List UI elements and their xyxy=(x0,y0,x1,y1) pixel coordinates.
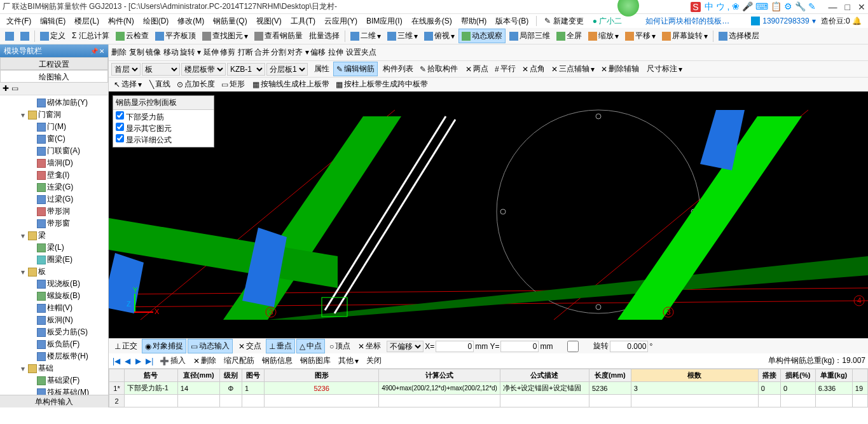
tree-node[interactable]: 螺旋板(B) xyxy=(1,290,107,302)
sidebar-pin-icon[interactable]: 📌 xyxy=(90,48,98,55)
viewport-3d[interactable]: 3 3 4 钢筋显示控制面板 下部受力筋 显示其它图元 显示详细公式 YXZ xyxy=(109,92,868,338)
menu-bim[interactable]: BIM应用(I) xyxy=(362,15,406,28)
mini-collapse-icon[interactable]: ▭ xyxy=(11,84,18,93)
tb-attr[interactable]: 属性 xyxy=(310,62,332,76)
sb-coord[interactable]: ✕ 坐标 xyxy=(355,339,384,353)
sb-snap[interactable]: ◉ 对象捕捉 xyxy=(142,339,186,353)
menu-draw[interactable]: 绘图(D) xyxy=(139,15,173,28)
sidebar-close-icon[interactable]: ✕ xyxy=(99,48,104,55)
tree-node[interactable]: 壁龛(I) xyxy=(1,169,107,181)
tb-pan[interactable]: 平移 ▾ xyxy=(623,29,658,43)
tree-node[interactable]: 带形洞 xyxy=(1,205,107,217)
tb-complist[interactable]: 构件列表 xyxy=(379,62,416,76)
nav-last[interactable]: ▶| xyxy=(144,357,155,366)
sb-dyn[interactable]: ▭ 动态输入 xyxy=(188,339,233,353)
component-tree[interactable]: 砌体加筋(Y)▾门窗洞门(M)窗(C)门联窗(A)墙洞(D)壁龛(I)连梁(G)… xyxy=(0,95,108,395)
tb-offset[interactable]: 偏移 xyxy=(310,47,326,58)
tb-define[interactable]: 定义 xyxy=(38,29,68,43)
tb-angle[interactable]: ✕ 点角 xyxy=(520,62,548,76)
chk-bottom-rebar[interactable]: 下部受力筋 xyxy=(116,111,211,123)
tb-delete[interactable]: 删除 xyxy=(111,47,127,58)
tb-top[interactable]: 俯视 ▾ xyxy=(422,29,457,43)
menu-view[interactable]: 视图(V) xyxy=(252,15,286,28)
tree-node[interactable]: ▾基础 xyxy=(1,362,107,374)
tb-find[interactable]: 查找图元 ▾ xyxy=(200,29,251,43)
tb-grips[interactable]: 设置夹点 xyxy=(346,47,376,58)
tb-3d[interactable]: 三维 ▾ xyxy=(385,29,420,43)
tb-line[interactable]: ╲ 直线 xyxy=(147,78,173,91)
tb-rect[interactable]: ▭ 矩形 xyxy=(219,78,247,91)
section-engineering[interactable]: 工程设置 xyxy=(0,57,108,70)
ime-logo[interactable]: S xyxy=(691,2,700,12)
menu-edit[interactable]: 编辑(E) xyxy=(36,15,69,28)
tb-local3d[interactable]: 局部三维 xyxy=(507,29,553,43)
tt-lib[interactable]: 钢筋图库 xyxy=(298,354,333,367)
tree-node[interactable]: 连梁(G) xyxy=(1,181,107,193)
tb-mirror[interactable]: 镜像 xyxy=(146,47,161,58)
tb-fullscreen[interactable]: 全屏 xyxy=(554,29,584,43)
tt-close[interactable]: 关闭 xyxy=(364,354,384,367)
tt-other[interactable]: 其他 ▾ xyxy=(336,354,361,367)
tree-node[interactable]: 过梁(G) xyxy=(1,193,107,205)
tb-break[interactable]: 打断 xyxy=(238,47,253,58)
tb-select[interactable]: ↖ 选择 ▾ xyxy=(111,78,144,91)
tb-dim[interactable]: 尺寸标注 ▾ xyxy=(644,62,685,76)
rebar-display-panel[interactable]: 钢筋显示控制面板 下部受力筋 显示其它图元 显示详细公式 xyxy=(113,95,214,147)
tb-cloudcheck[interactable]: 云检查 xyxy=(113,29,151,43)
type-select[interactable]: 板 xyxy=(142,63,180,76)
tree-node[interactable]: 门(M) xyxy=(1,121,107,133)
menu-cloud[interactable]: 云应用(Y) xyxy=(320,15,361,28)
rebar-table[interactable]: 筋号直径(mm)级别图号 图形计算公式公式描述 长度(mm)根数 搭接损耗(%)… xyxy=(109,369,868,407)
sb-cross[interactable]: ✕ 交点 xyxy=(235,339,265,353)
chk-show-other[interactable]: 显示其它图元 xyxy=(116,123,211,134)
table-row[interactable]: 2 xyxy=(109,395,868,407)
tree-node[interactable]: 梁(L) xyxy=(1,242,107,254)
tb-pickcomp[interactable]: ✎ 拾取构件 xyxy=(417,62,460,76)
x-input[interactable] xyxy=(436,341,474,352)
tb-twopoint[interactable]: ✕ 两点 xyxy=(463,62,491,76)
minimize-button[interactable]: — xyxy=(829,2,837,12)
credit-label[interactable]: 造价豆:0 🔔 xyxy=(817,15,865,28)
table-row[interactable]: 1* 下部受力筋-1 14 Φ 1 5236 4900+max(200/2,12… xyxy=(109,382,868,395)
tb-zoom[interactable]: 缩放 ▾ xyxy=(586,29,621,43)
tb-trim[interactable]: 修剪 xyxy=(220,47,235,58)
tb-rotate2[interactable]: 旋转 ▾ xyxy=(180,47,201,58)
sb-mid[interactable]: △ 中点 xyxy=(296,339,325,353)
nav-first[interactable]: |◀ xyxy=(111,357,121,366)
tb-ptlen[interactable]: ⊙ 点加长度 xyxy=(174,78,217,91)
tb-rotate[interactable]: 屏幕旋转 ▾ xyxy=(659,29,710,43)
tb-2d[interactable]: 二维 ▾ xyxy=(348,29,383,43)
tb-midgen[interactable]: ▦ 按柱上板带生成跨中板带 xyxy=(333,78,431,91)
user-id[interactable]: 13907298339 ▾ xyxy=(751,17,815,25)
tt-info[interactable]: 钢筋信息 xyxy=(259,354,295,367)
menu-floor[interactable]: 楼层(L) xyxy=(71,15,103,28)
tree-node[interactable]: 门联窗(A) xyxy=(1,145,107,157)
tb-stretch[interactable]: 拉伸 xyxy=(328,47,343,58)
tree-node[interactable]: 砌体加筋(Y) xyxy=(1,97,107,109)
tb-undo[interactable] xyxy=(3,31,17,42)
menu-online[interactable]: 在线服务(S) xyxy=(408,15,456,28)
sb-ortho[interactable]: ⊥ 正交 xyxy=(111,339,141,353)
tree-node[interactable]: 板负筋(F) xyxy=(1,338,107,350)
new-change-button[interactable]: ✎ 新建变更 xyxy=(541,15,587,28)
tb-axisgen[interactable]: ▦ 按轴线生成柱上板带 xyxy=(250,78,332,91)
tree-node[interactable]: 板洞(N) xyxy=(1,314,107,326)
top-help-link[interactable]: 如何让两块相邻的筏板… xyxy=(645,16,729,27)
kzb-select[interactable]: KZB-1 xyxy=(227,63,265,76)
nav-next[interactable]: ▶ xyxy=(134,357,142,366)
tb-viewrebar[interactable]: 查看钢筋量 xyxy=(252,29,305,43)
maximize-button[interactable]: □ xyxy=(845,2,850,12)
sub-select[interactable]: 分层板1 xyxy=(266,63,308,76)
tree-node[interactable]: 墙洞(D) xyxy=(1,157,107,169)
tb-extend[interactable]: 延伸 xyxy=(203,47,219,58)
tree-node[interactable]: 带形窗 xyxy=(1,217,107,229)
tt-delete[interactable]: ✕ 删除 xyxy=(191,354,219,367)
tree-node[interactable]: ▾门窗洞 xyxy=(1,109,107,121)
tree-node[interactable]: 圈梁(E) xyxy=(1,254,107,266)
tb-selfloor[interactable]: 选择楼层 xyxy=(716,29,762,43)
tb-three[interactable]: ✕ 三点辅轴 ▾ xyxy=(549,62,597,76)
rot-input[interactable] xyxy=(610,341,648,352)
layer-select[interactable]: 楼层板带 xyxy=(181,63,226,76)
tree-node[interactable]: 窗(C) xyxy=(1,133,107,145)
tree-node[interactable]: 筏板基础(M) xyxy=(1,386,107,395)
